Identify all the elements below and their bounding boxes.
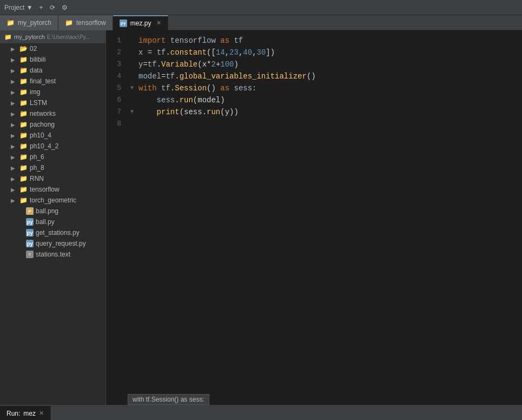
folder-icon: 📁: [65, 19, 73, 27]
folder-icon: 📂: [19, 45, 28, 52]
line-number: 8: [106, 118, 128, 130]
code-content: y=tf.Variable(x*2+100): [136, 58, 239, 70]
sidebar-item-rnn[interactable]: ▶ 📁 RNN: [0, 173, 105, 184]
tab-tensorflow[interactable]: 📁 tensorflow: [58, 15, 113, 30]
sidebar-item-label: ph_8: [30, 164, 44, 172]
sidebar-item-data[interactable]: ▶ 📁 data: [0, 65, 105, 76]
code-line-8: 8: [106, 118, 522, 130]
line-number: 4: [106, 70, 128, 82]
sidebar-item-ball-png[interactable]: P ball.png: [0, 206, 105, 216]
code-content: model=tf.global_variables_initializer(): [136, 70, 316, 82]
folder-icon: 📁: [19, 132, 28, 139]
sidebar-item-ph-8[interactable]: ▶ 📁 ph_8: [0, 162, 105, 173]
expand-arrow: ▶: [11, 100, 17, 106]
close-tab-icon[interactable]: ✕: [156, 19, 161, 27]
run-tab-label: Run:: [6, 410, 20, 417]
sidebar-root-icon: 📁: [4, 34, 12, 41]
expand-arrow: ▶: [11, 133, 17, 139]
sidebar-item-label: 02: [30, 45, 37, 52]
sidebar-item-stations-text[interactable]: T stations.text: [0, 249, 105, 260]
fold-gutter-fold[interactable]: ▼: [128, 106, 136, 118]
top-bar: Project ▼ + ⟳ ⚙: [0, 0, 522, 15]
code-editor[interactable]: 1 import tensorflow as tf 2 x = tf.const…: [106, 30, 522, 405]
sidebar-item-label: img: [30, 88, 40, 96]
sidebar-item-label: ball.py: [36, 218, 55, 226]
sidebar-item-pachong[interactable]: ▶ 📁 pachong: [0, 119, 105, 130]
line-number: 1: [106, 35, 128, 47]
folder-icon: 📁: [19, 196, 28, 204]
sidebar-item-torch-geometric[interactable]: ▶ 📁 torch_geometric: [0, 195, 105, 206]
sidebar-root-label: my_pytorch: [14, 34, 45, 40]
fold-gutter-fold[interactable]: ▼: [128, 82, 136, 94]
line-number: 3: [106, 58, 128, 70]
code-area: 1 import tensorflow as tf 2 x = tf.const…: [106, 30, 522, 405]
folder-icon: 📁: [19, 88, 28, 96]
code-content: with tf.Session() as sess:: [136, 82, 257, 94]
code-content: print(sess.run(y)): [136, 106, 239, 118]
sidebar-item-label: ph_6: [30, 153, 44, 161]
tab-mez-py[interactable]: py mez.py ✕: [113, 15, 169, 30]
sync-button[interactable]: ⟳: [50, 4, 55, 11]
sidebar-item-label: LSTM: [30, 99, 47, 107]
sidebar-item-label: RNN: [30, 175, 44, 182]
expand-arrow: ▶: [11, 89, 17, 95]
expand-arrow: ▶: [11, 143, 17, 149]
sidebar-item-label: stations.text: [36, 251, 70, 258]
expand-arrow: ▶: [11, 176, 17, 182]
folder-icon: 📁: [19, 142, 28, 150]
expand-arrow: ▶: [11, 68, 17, 74]
code-line-4: 4 model=tf.global_variables_initializer(…: [106, 70, 522, 82]
sidebar-item-bilibili[interactable]: ▶ 📁 bilibili: [0, 54, 105, 65]
sidebar-item-label: bilibili: [30, 56, 45, 63]
folder-icon: 📁: [19, 99, 28, 107]
main-area: 📁 my_pytorch E:\Users\aoc\Py... ▶ 📂 02 ▶…: [0, 30, 522, 405]
py-file-icon: py: [120, 19, 127, 27]
sidebar-item-img[interactable]: ▶ 📁 img: [0, 87, 105, 97]
expand-arrow: ▶: [11, 122, 17, 128]
folder-icon: 📁: [19, 121, 28, 128]
sidebar-item-label: tensorflow: [30, 186, 60, 193]
sidebar-item-label: final_test: [30, 77, 56, 85]
sidebar-item-get-stations[interactable]: py get_stations.py: [0, 227, 105, 238]
code-line-5: 5 ▼ with tf.Session() as sess:: [106, 82, 522, 94]
code-content: sess.run(model): [136, 94, 225, 106]
sidebar-item-networks[interactable]: ▶ 📁 networks: [0, 108, 105, 119]
run-tab[interactable]: Run: mez ✕: [0, 406, 51, 421]
sidebar-item-label: ball.png: [36, 207, 58, 215]
folder-icon: 📁: [6, 19, 15, 27]
folder-icon: 📁: [19, 153, 28, 161]
sidebar-item-ph10-4[interactable]: ▶ 📁 ph10_4: [0, 130, 105, 141]
sidebar-item-query-request[interactable]: py query_request.py: [0, 238, 105, 249]
expand-arrow: ▶: [11, 78, 17, 84]
tab-my-pytorch[interactable]: 📁 my_pytorch: [0, 15, 58, 30]
folder-icon: 📁: [19, 77, 28, 85]
editor-tooltip: with tf.Session() as sess:: [128, 394, 209, 405]
settings-button[interactable]: ⚙: [62, 4, 68, 11]
expand-arrow: ▶: [11, 187, 17, 193]
code-content: [136, 118, 143, 130]
sidebar-item-tensorflow[interactable]: ▶ 📁 tensorflow: [0, 184, 105, 195]
close-run-tab-icon[interactable]: ✕: [39, 410, 44, 417]
code-content: x = tf.constant([14,23,40,30]): [136, 47, 275, 58]
folder-icon: 📁: [19, 175, 28, 182]
project-menu[interactable]: Project ▼: [4, 4, 33, 11]
sidebar-item-label: torch_geometric: [30, 196, 76, 204]
sidebar-item-lstm[interactable]: ▶ 📁 LSTM: [0, 97, 105, 108]
expand-arrow: ▶: [11, 46, 17, 52]
code-line-1: 1 import tensorflow as tf: [106, 35, 522, 47]
add-button[interactable]: +: [39, 4, 43, 11]
sidebar-header: 📁 my_pytorch E:\Users\aoc\Py...: [0, 30, 105, 43]
sidebar-item-02[interactable]: ▶ 📂 02: [0, 43, 105, 54]
sidebar-item-ph10-4-2[interactable]: ▶ 📁 ph10_4_2: [0, 141, 105, 152]
folder-icon: 📁: [19, 56, 28, 63]
txt-file-icon: T: [26, 251, 34, 258]
png-file-icon: P: [26, 207, 34, 215]
sidebar-item-ball-py[interactable]: py ball.py: [0, 216, 105, 227]
sidebar-item-label: ph10_4: [30, 132, 51, 139]
code-line-7: 7 ▼ print(sess.run(y)): [106, 106, 522, 118]
sidebar-item-ph-6[interactable]: ▶ 📁 ph_6: [0, 152, 105, 162]
sidebar-item-final-test[interactable]: ▶ 📁 final_test: [0, 76, 105, 87]
folder-icon: 📁: [19, 110, 28, 117]
expand-arrow: ▶: [11, 165, 17, 171]
line-number: 6: [106, 94, 128, 106]
